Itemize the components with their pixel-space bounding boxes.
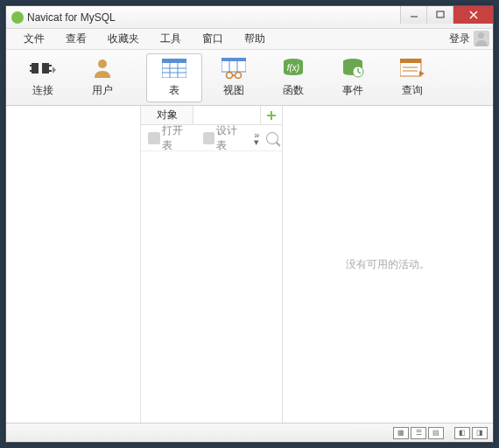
open-table-label: 打开表	[162, 123, 193, 153]
function-label: 函数	[283, 83, 304, 98]
app-icon	[11, 11, 24, 24]
design-table-button[interactable]: 设计表	[200, 123, 251, 153]
titlebar[interactable]: Navicat for MySQL	[6, 6, 493, 29]
menubar: 文件 查看 收藏夹 工具 窗口 帮助 登录	[6, 29, 493, 50]
user-label: 用户	[92, 83, 113, 98]
object-list[interactable]	[141, 151, 282, 423]
window-controls	[400, 6, 493, 24]
info-panel-icon[interactable]: ◧	[454, 427, 470, 439]
svg-rect-32	[400, 59, 421, 63]
tab-object[interactable]: 对象	[141, 106, 193, 124]
query-button[interactable]: 查询	[384, 53, 440, 102]
statusbar: ▦ ☰ ▤ ◧ ◨	[6, 423, 493, 442]
activity-panel: 没有可用的活动。	[283, 106, 493, 423]
svg-rect-19	[221, 58, 246, 61]
svg-text:f(x): f(x)	[287, 63, 299, 73]
table-button[interactable]: 表	[146, 53, 202, 102]
connection-label: 连接	[32, 83, 53, 98]
query-label: 查询	[402, 83, 423, 98]
object-panel: 对象 打开表 设计表 »▾	[141, 106, 283, 423]
plug-icon	[30, 57, 56, 80]
login-label: 登录	[449, 32, 470, 46]
minimize-button[interactable]	[400, 6, 426, 24]
design-table-icon	[203, 132, 215, 144]
svg-rect-7	[42, 63, 49, 74]
design-table-label: 设计表	[216, 123, 247, 153]
avatar-icon	[474, 31, 489, 46]
menu-file[interactable]: 文件	[13, 32, 55, 46]
svg-rect-5	[30, 65, 32, 66]
svg-rect-13	[162, 59, 186, 63]
close-button[interactable]	[453, 6, 493, 24]
event-button[interactable]: 事件	[325, 53, 381, 102]
side-panel-icon[interactable]: ◨	[472, 427, 488, 439]
connection-tree-panel[interactable]	[6, 106, 141, 423]
content-area: 对象 打开表 设计表 »▾ 没有可用的活动。	[6, 106, 493, 423]
svg-rect-6	[30, 70, 32, 72]
svg-point-23	[235, 73, 242, 79]
open-table-button[interactable]: 打开表	[144, 123, 196, 153]
menu-tools[interactable]: 工具	[150, 32, 192, 46]
table-icon	[161, 57, 187, 80]
svg-point-11	[98, 60, 107, 68]
svg-rect-1	[437, 11, 444, 18]
menu-window[interactable]: 窗口	[192, 32, 234, 46]
svg-point-22	[227, 73, 233, 79]
no-activity-message: 没有可用的活动。	[346, 257, 430, 272]
menu-help[interactable]: 帮助	[234, 32, 276, 46]
menu-view[interactable]: 查看	[55, 32, 97, 46]
view-icon	[221, 57, 247, 80]
login-area[interactable]: 登录	[449, 31, 489, 46]
table-label: 表	[169, 83, 179, 98]
event-label: 事件	[342, 83, 363, 98]
svg-rect-4	[32, 63, 39, 74]
more-button[interactable]: »▾	[254, 131, 259, 145]
menu-favorites[interactable]: 收藏夹	[97, 32, 150, 46]
view-label: 视图	[223, 83, 244, 98]
user-button[interactable]: 用户	[74, 53, 130, 102]
tab-add-button[interactable]	[261, 106, 282, 124]
open-table-icon	[148, 132, 160, 144]
plus-icon	[266, 110, 277, 121]
svg-marker-35	[419, 71, 425, 76]
svg-rect-8	[49, 65, 52, 66]
object-toolbar: 打开表 设计表 »▾	[141, 125, 282, 151]
query-icon	[399, 57, 425, 80]
event-icon	[340, 57, 366, 80]
function-button[interactable]: f(x) 函数	[265, 53, 321, 102]
main-toolbar: 连接 用户 表 视图 f(x) 函数 事件 查询	[6, 50, 493, 106]
view-mode-list-icon[interactable]: ☰	[411, 427, 426, 439]
user-icon	[89, 57, 116, 80]
view-mode-detail-icon[interactable]: ▦	[393, 427, 409, 439]
search-icon[interactable]	[266, 132, 278, 144]
window-title: Navicat for MySQL	[27, 11, 116, 24]
maximize-button[interactable]	[426, 6, 453, 24]
app-window: Navicat for MySQL 文件 查看 收藏夹 工具 窗口 帮助 登录 …	[5, 5, 494, 443]
svg-rect-9	[49, 70, 52, 72]
view-button[interactable]: 视图	[206, 53, 262, 102]
svg-marker-10	[53, 66, 56, 74]
view-mode-grid-icon[interactable]: ▤	[428, 427, 444, 439]
connection-button[interactable]: 连接	[15, 53, 71, 102]
function-icon: f(x)	[280, 57, 306, 80]
